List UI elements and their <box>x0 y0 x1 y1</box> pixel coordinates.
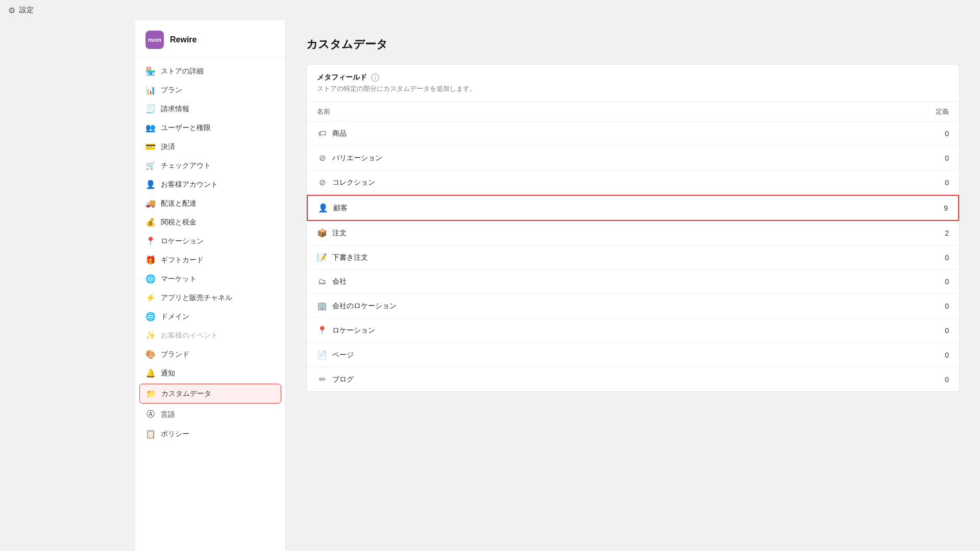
store-detail-icon: 🏪 <box>145 66 156 76</box>
table-row-variation[interactable]: ⊘ バリエーション 0 <box>307 146 959 170</box>
sidebar-item-tax[interactable]: 💰 関税と税金 <box>135 213 285 232</box>
row-label-blog: ブログ <box>332 375 354 384</box>
card-header-row: メタフィールド i <box>317 73 949 82</box>
row-label-page: ページ <box>332 350 354 360</box>
sidebar-item-users[interactable]: 👥 ユーザーと権限 <box>135 118 285 137</box>
sidebar-item-brand[interactable]: 🎨 ブランド <box>135 345 285 364</box>
row-label-location-item: ロケーション <box>332 326 375 335</box>
location-item-icon: 📍 <box>317 325 327 335</box>
table-header: 名前 定義 <box>307 102 959 122</box>
row-left-page: 📄 ページ <box>317 350 354 360</box>
sidebar-label-market: マーケット <box>161 274 197 284</box>
sidebar-item-shipping[interactable]: 🚚 配送と配達 <box>135 194 285 213</box>
sidebar-label-tax: 関税と税金 <box>161 218 197 227</box>
sidebar-item-payment[interactable]: 💳 決済 <box>135 137 285 156</box>
card-header: メタフィールド i ストアの特定の部分にカスタムデータを追加します。 <box>307 65 959 102</box>
sidebar-nav: 🏪 ストアの詳細 📊 プラン 🧾 請求情報 👥 ユーザーと権限 💳 決済 🛒 チ… <box>135 58 285 447</box>
table-row-company-location[interactable]: 🏢 会社のロケーション 0 <box>307 294 959 318</box>
sidebar-item-domain[interactable]: 🌐 ドメイン <box>135 307 285 326</box>
sidebar-item-market[interactable]: 🌐 マーケット <box>135 269 285 288</box>
table-row-location-item[interactable]: 📍 ロケーション 0 <box>307 318 959 343</box>
section-title: メタフィールド <box>317 73 367 82</box>
row-label-product: 商品 <box>332 129 347 138</box>
sidebar-item-custom-data[interactable]: 📁 カスタムデータ <box>139 384 281 404</box>
company-location-icon: 🏢 <box>317 301 327 311</box>
payment-icon: 💳 <box>145 142 156 152</box>
sidebar-item-checkout[interactable]: 🛒 チェックアウト <box>135 156 285 175</box>
table-row-product[interactable]: 🏷 商品 0 <box>307 122 959 146</box>
sidebar-item-policy[interactable]: 📋 ポリシー <box>135 424 285 443</box>
page-title: カスタムデータ <box>306 37 960 52</box>
sidebar-label-custom-data: カスタムデータ <box>161 389 211 398</box>
row-count-company: 0 <box>945 278 949 286</box>
sidebar-item-store-detail[interactable]: 🏪 ストアの詳細 <box>135 62 285 81</box>
table-row-draft-order[interactable]: 📝 下書き注文 0 <box>307 245 959 270</box>
sidebar-label-domain: ドメイン <box>161 312 189 321</box>
domain-icon: 🌐 <box>145 312 156 321</box>
info-icon[interactable]: i <box>371 73 379 82</box>
table-row-order[interactable]: 📦 注文 2 <box>307 221 959 245</box>
row-count-collection: 0 <box>945 179 949 187</box>
sidebar-item-giftcard[interactable]: 🎁 ギフトカード <box>135 251 285 269</box>
sidebar-label-payment: 決済 <box>161 142 175 152</box>
row-left-product: 🏷 商品 <box>317 129 347 138</box>
table-row-company[interactable]: 🗂 会社 0 <box>307 270 959 294</box>
row-count-product: 0 <box>945 130 949 138</box>
row-label-draft-order: 下書き注文 <box>332 253 368 262</box>
table-row-customer[interactable]: 👤 顧客 9 <box>307 195 959 221</box>
row-label-company: 会社 <box>332 277 347 286</box>
tax-icon: 💰 <box>145 217 156 227</box>
brand-icon: 🎨 <box>145 349 156 359</box>
table-row-collection[interactable]: ⊘ コレクション 0 <box>307 170 959 195</box>
table-rows: 🏷 商品 0 ⊘ バリエーション 0 ⊘ コレクション 0 👤 顧客 9 📦 注… <box>307 122 959 391</box>
sidebar-item-plan[interactable]: 📊 プラン <box>135 81 285 99</box>
top-bar: ⚙ 設定 <box>0 0 980 20</box>
row-left-order: 📦 注文 <box>317 228 347 238</box>
notification-icon: 🔔 <box>145 368 156 378</box>
main-layout: mom Rewire 🏪 ストアの詳細 📊 プラン 🧾 請求情報 👥 ユーザーと… <box>0 20 980 551</box>
col-name-header: 名前 <box>317 107 330 116</box>
sidebar-label-shipping: 配送と配達 <box>161 199 197 208</box>
company-icon: 🗂 <box>317 277 327 286</box>
sidebar-label-giftcard: ギフトカード <box>161 256 204 265</box>
customer-icon: 👤 <box>318 203 328 213</box>
sidebar-item-customer-events: ✨ お客様のイベント <box>135 326 285 345</box>
custom-data-icon: 📁 <box>146 389 156 398</box>
sidebar-item-billing[interactable]: 🧾 請求情報 <box>135 99 285 118</box>
users-icon: 👥 <box>145 123 156 133</box>
customer-events-icon: ✨ <box>145 331 156 340</box>
giftcard-icon: 🎁 <box>145 255 156 265</box>
sidebar-item-language[interactable]: Ⓐ 言語 <box>135 405 285 424</box>
row-count-location-item: 0 <box>945 327 949 335</box>
sidebar-label-location: ロケーション <box>161 237 204 246</box>
customer-account-icon: 👤 <box>145 180 156 189</box>
page-icon: 📄 <box>317 350 327 360</box>
billing-icon: 🧾 <box>145 104 156 114</box>
row-left-blog: ✏ ブログ <box>317 374 354 384</box>
sidebar-label-brand: ブランド <box>161 350 189 359</box>
sidebar-item-location[interactable]: 📍 ロケーション <box>135 232 285 251</box>
order-icon: 📦 <box>317 228 327 238</box>
sidebar-item-apps[interactable]: ⚡ アプリと販売チャネル <box>135 288 285 307</box>
settings-icon: ⚙ <box>8 6 15 15</box>
row-left-location-item: 📍 ロケーション <box>317 325 375 335</box>
draft-order-icon: 📝 <box>317 253 327 262</box>
metafield-card: メタフィールド i ストアの特定の部分にカスタムデータを追加します。 名前 定義… <box>306 64 960 392</box>
table-row-page[interactable]: 📄 ページ 0 <box>307 343 959 367</box>
product-icon: 🏷 <box>317 129 327 138</box>
sidebar-label-language: 言語 <box>161 410 175 419</box>
content-area: カスタムデータ メタフィールド i ストアの特定の部分にカスタムデータを追加しま… <box>286 20 980 551</box>
sidebar-label-notification: 通知 <box>161 369 175 378</box>
sidebar-item-notification[interactable]: 🔔 通知 <box>135 364 285 383</box>
row-count-company-location: 0 <box>945 302 949 310</box>
table-row-blog[interactable]: ✏ ブログ 0 <box>307 367 959 391</box>
sidebar: mom Rewire 🏪 ストアの詳細 📊 プラン 🧾 請求情報 👥 ユーザーと… <box>135 20 286 551</box>
row-label-order: 注文 <box>332 229 347 238</box>
col-definition-header: 定義 <box>936 107 949 116</box>
row-count-customer: 9 <box>944 204 948 212</box>
row-left-variation: ⊘ バリエーション <box>317 153 382 163</box>
language-icon: Ⓐ <box>145 409 156 420</box>
plan-icon: 📊 <box>145 85 156 95</box>
sidebar-item-customer-account[interactable]: 👤 お客様アカウント <box>135 175 285 194</box>
shipping-icon: 🚚 <box>145 198 156 208</box>
